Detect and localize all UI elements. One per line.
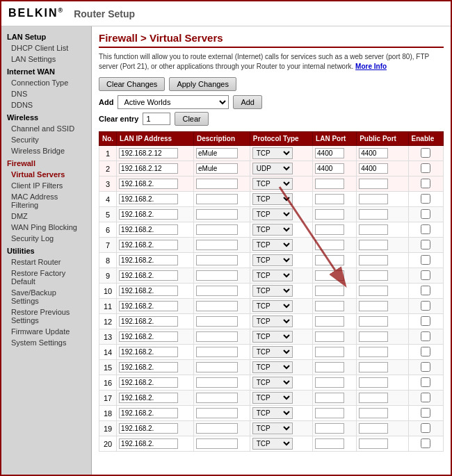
lan-port-input[interactable] (315, 331, 344, 342)
desc-input[interactable] (196, 377, 238, 388)
proto-select[interactable]: TCPUDPBoth (252, 193, 293, 205)
enable-checkbox[interactable] (421, 393, 430, 402)
desc-input[interactable] (196, 270, 238, 281)
lan-port-input[interactable] (315, 362, 344, 372)
pub-port-input[interactable] (359, 270, 388, 281)
pub-port-input[interactable] (359, 316, 388, 327)
sidebar-item-wireless-bridge[interactable]: Wireless Bridge (1, 145, 91, 156)
enable-checkbox[interactable] (421, 224, 430, 234)
proto-select[interactable]: TCPUDPBoth (252, 285, 293, 297)
desc-input[interactable] (196, 347, 238, 357)
desc-input[interactable] (196, 240, 238, 250)
lan-port-input[interactable] (315, 438, 344, 449)
lan-port-input[interactable] (315, 377, 344, 388)
more-info-link[interactable]: More Info (355, 63, 387, 70)
enable-checkbox[interactable] (421, 148, 430, 158)
proto-select[interactable]: TCPUDPBoth (252, 147, 293, 159)
proto-select[interactable]: TCPUDPBoth (252, 377, 293, 388)
ip-input[interactable] (119, 347, 178, 357)
desc-input[interactable] (196, 286, 238, 296)
ip-input[interactable] (119, 331, 178, 342)
enable-checkbox[interactable] (421, 316, 430, 326)
lan-port-input[interactable] (315, 316, 344, 327)
ip-input[interactable] (119, 224, 178, 235)
proto-select[interactable]: TCPUDPBoth (252, 239, 293, 251)
pub-port-input[interactable] (359, 393, 388, 403)
desc-input[interactable] (196, 255, 238, 265)
lan-port-input[interactable] (315, 423, 344, 434)
clear-button[interactable]: Clear (175, 112, 208, 126)
lan-port-input[interactable] (315, 301, 344, 311)
proto-select[interactable]: TCPUDPBoth (252, 178, 293, 190)
lan-port-input[interactable] (315, 255, 344, 265)
ip-input[interactable] (119, 286, 178, 296)
sidebar-item-virtual-servers[interactable]: Virtual Servers (1, 169, 91, 180)
lan-port-input[interactable] (315, 286, 344, 296)
sidebar-item-client-ip-filters[interactable]: Client IP Filters (1, 180, 91, 191)
desc-input[interactable] (196, 362, 238, 372)
proto-select[interactable]: TCPUDPBoth (252, 331, 293, 343)
desc-input[interactable] (196, 408, 238, 418)
clear-changes-button[interactable]: Clear Changes (99, 77, 165, 91)
proto-select[interactable]: TCPUDPBoth (252, 163, 293, 174)
pub-port-input[interactable] (359, 194, 388, 204)
ip-input[interactable] (119, 408, 178, 418)
sidebar-item-security-log[interactable]: Security Log (1, 233, 91, 244)
ip-input[interactable] (119, 423, 178, 434)
pub-port-input[interactable] (359, 377, 388, 388)
lan-port-input[interactable] (315, 179, 344, 189)
enable-checkbox[interactable] (421, 331, 430, 341)
ip-input[interactable] (119, 393, 178, 403)
pub-port-input[interactable] (359, 148, 388, 158)
lan-port-input[interactable] (315, 148, 344, 158)
desc-input[interactable] (196, 316, 238, 327)
pub-port-input[interactable] (359, 179, 388, 189)
proto-select[interactable]: TCPUDPBoth (252, 224, 293, 236)
proto-select[interactable]: TCPUDPBoth (252, 407, 293, 419)
lan-port-input[interactable] (315, 240, 344, 250)
pub-port-input[interactable] (359, 347, 388, 357)
ip-input[interactable] (119, 240, 178, 250)
sidebar-item-channel-ssid[interactable]: Channel and SSID (1, 123, 91, 134)
desc-input[interactable] (196, 148, 238, 158)
proto-select[interactable]: TCPUDPBoth (252, 346, 293, 358)
desc-input[interactable] (196, 179, 238, 189)
sidebar-item-restart-router[interactable]: Restart Router (1, 256, 91, 268)
proto-select[interactable]: TCPUDPBoth (252, 392, 293, 404)
sidebar-item-wan-ping[interactable]: WAN Ping Blocking (1, 222, 91, 233)
sidebar-item-lan-settings[interactable]: LAN Settings (1, 54, 91, 65)
sidebar-item-security[interactable]: Security (1, 134, 91, 145)
ip-input[interactable] (119, 255, 178, 265)
lan-port-input[interactable] (315, 209, 344, 220)
pub-port-input[interactable] (359, 408, 388, 418)
pub-port-input[interactable] (359, 255, 388, 265)
sidebar-item-restore-factory[interactable]: Restore Factory Default (1, 268, 91, 287)
proto-select[interactable]: TCPUDPBoth (252, 315, 293, 327)
lan-port-input[interactable] (315, 408, 344, 418)
desc-input[interactable] (196, 438, 238, 449)
ip-input[interactable] (119, 377, 178, 388)
proto-select[interactable]: TCPUDPBoth (252, 270, 293, 281)
enable-checkbox[interactable] (421, 270, 430, 280)
ip-input[interactable] (119, 316, 178, 327)
proto-select[interactable]: TCPUDPBoth (252, 300, 293, 312)
desc-input[interactable] (196, 331, 238, 342)
desc-input[interactable] (196, 194, 238, 204)
proto-select[interactable]: TCPUDPBoth (252, 254, 293, 266)
pub-port-input[interactable] (359, 301, 388, 311)
pub-port-input[interactable] (359, 423, 388, 434)
enable-checkbox[interactable] (421, 438, 430, 448)
enable-checkbox[interactable] (421, 209, 430, 219)
enable-checkbox[interactable] (421, 286, 430, 295)
sidebar-item-restore-previous[interactable]: Restore Previous Settings (1, 306, 91, 326)
ip-input[interactable] (119, 163, 178, 174)
pub-port-input[interactable] (359, 163, 388, 174)
ip-input[interactable] (119, 148, 178, 158)
lan-port-input[interactable] (315, 270, 344, 281)
enable-checkbox[interactable] (421, 240, 430, 249)
enable-checkbox[interactable] (421, 301, 430, 311)
pub-port-input[interactable] (359, 362, 388, 372)
desc-input[interactable] (196, 209, 238, 220)
desc-input[interactable] (196, 393, 238, 403)
ip-input[interactable] (119, 270, 178, 281)
